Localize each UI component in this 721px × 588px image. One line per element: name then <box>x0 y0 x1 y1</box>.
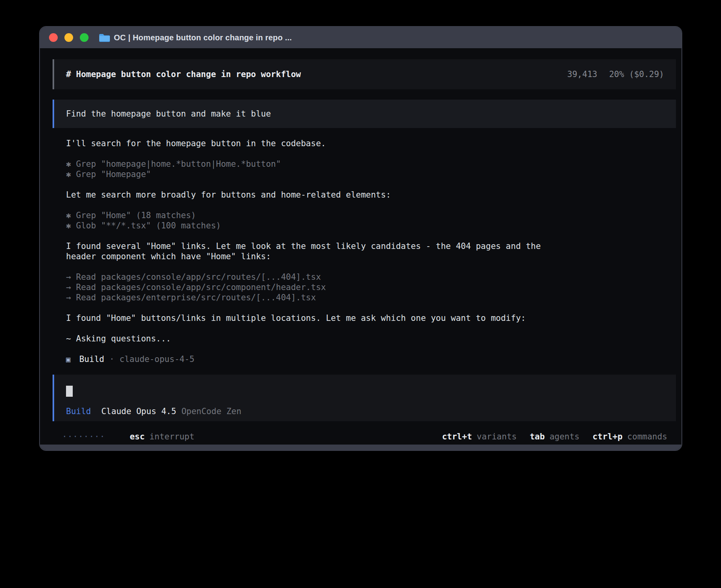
tool-call-grep-2: ✱ Grep "Homepage" <box>66 169 676 179</box>
session-header: # Homepage button color change in repo w… <box>53 59 676 89</box>
asking-questions-status: ~ Asking questions... <box>66 334 676 344</box>
close-button[interactable] <box>49 33 58 42</box>
tool-call-group-broad: ✱ Grep "Home" (18 matches) ✱ Glob "**/*.… <box>66 210 676 231</box>
fullscreen-button[interactable] <box>80 33 89 42</box>
hint-key-ctrl-p: ctrl+p <box>593 432 623 442</box>
tool-call-glob-tsx: ✱ Glob "**/*.tsx" (100 matches) <box>66 220 676 231</box>
agent-model: claude-opus-4-5 <box>119 354 194 364</box>
hint-label-interrupt: interrupt <box>149 432 194 442</box>
hint-interrupt: esc interrupt <box>130 432 194 442</box>
tool-call-grep-1: ✱ Grep "homepage|home.*button|Home.*butt… <box>66 159 676 169</box>
hint-key-esc: esc <box>130 432 145 442</box>
right-hints: ctrl+t variants tab agents ctrl+p comman… <box>442 432 667 442</box>
assistant-message-candidates: I found several "Home" links. Let me loo… <box>66 241 556 262</box>
window-title: OC | Homepage button color change in rep… <box>114 33 292 42</box>
hint-key-ctrl-t: ctrl+t <box>442 432 472 442</box>
hint-variants: ctrl+t variants <box>442 432 517 442</box>
hint-label-agents: agents <box>549 432 579 442</box>
tool-call-read-3: → Read packages/enterprise/src/routes/[.… <box>66 292 676 303</box>
assistant-message-ask: I found "Home" buttons/links in multiple… <box>66 313 556 323</box>
text-cursor[interactable] <box>66 386 73 397</box>
provider-label: OpenCode Zen <box>181 406 242 416</box>
hint-agents: tab agents <box>530 432 579 442</box>
session-title: # Homepage button color change in repo w… <box>66 69 301 79</box>
user-message: Find the homepage button and make it blu… <box>53 100 676 128</box>
window-bottom-chrome <box>40 445 681 450</box>
agent-indicator: ▣ Build · claude-opus-4-5 <box>66 354 676 364</box>
minimize-button[interactable] <box>64 33 73 42</box>
agent-separator: · <box>109 354 115 364</box>
context-usage: 20% ($0.29) <box>609 69 664 79</box>
model-label[interactable]: Claude Opus 4.5 <box>101 406 176 416</box>
assistant-message-intro: I'll search for the homepage button in t… <box>66 138 556 149</box>
status-bar: ········ esc interrupt ctrl+t variants t… <box>53 432 676 445</box>
terminal-body: # Homepage button color change in repo w… <box>40 48 681 445</box>
tool-call-grep-home: ✱ Grep "Home" (18 matches) <box>66 210 676 220</box>
user-message-text: Find the homepage button and make it blu… <box>66 109 271 119</box>
spinner-dots: ········ <box>62 432 105 442</box>
window-titlebar[interactable]: OC | Homepage button color change in rep… <box>40 27 681 48</box>
session-stats: 39,413 20% ($0.29) <box>567 69 664 79</box>
terminal-window: OC | Homepage button color change in rep… <box>39 26 682 451</box>
agent-square-icon: ▣ <box>66 354 70 364</box>
tool-call-read-2: → Read packages/console/app/src/componen… <box>66 282 676 292</box>
agent-name: Build <box>79 354 104 364</box>
tool-call-read-1: → Read packages/console/app/src/routes/[… <box>66 272 676 282</box>
prompt-input[interactable]: Build Claude Opus 4.5 OpenCode Zen <box>53 375 676 421</box>
hint-label-commands: commands <box>627 432 667 442</box>
desktop-background: OC | Homepage button color change in rep… <box>0 0 721 588</box>
tool-call-group-read: → Read packages/console/app/src/routes/[… <box>66 272 676 303</box>
token-count: 39,413 <box>567 69 597 79</box>
hint-label-variants: variants <box>477 432 517 442</box>
traffic-lights <box>49 33 89 42</box>
folder-icon <box>99 33 110 42</box>
tool-call-group-grep: ✱ Grep "homepage|home.*button|Home.*butt… <box>66 159 676 179</box>
assistant-message-broad-search: Let me search more broadly for buttons a… <box>66 190 556 200</box>
hint-commands: ctrl+p commands <box>593 432 667 442</box>
input-meta: Build Claude Opus 4.5 OpenCode Zen <box>66 406 664 416</box>
hint-key-tab: tab <box>530 432 545 442</box>
mode-label[interactable]: Build <box>66 406 91 416</box>
